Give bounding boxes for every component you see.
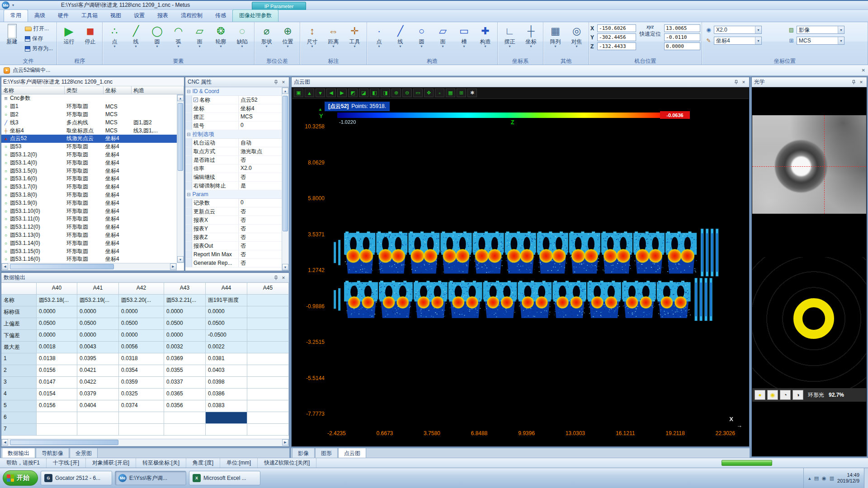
tree-column-header[interactable]: 构造 — [132, 86, 184, 94]
pin-icon[interactable] — [850, 79, 857, 85]
ribbon-button-feat-circle[interactable]: ◯圆▼ — [146, 23, 168, 49]
data-cell[interactable]: 0.0138 — [37, 353, 77, 365]
ribbon-button-save-as[interactable]: 另存为... — [24, 44, 54, 53]
ribbon-button-dim-size[interactable]: ↕尺寸▼ — [302, 23, 323, 49]
data-cell[interactable]: -0.0500 — [206, 330, 247, 342]
data-cell[interactable] — [37, 412, 77, 424]
view-top-icon[interactable]: ◪ — [359, 89, 368, 97]
column-header[interactable]: A44 — [206, 283, 247, 295]
column-header[interactable]: A42 — [119, 283, 164, 295]
data-horizontal-scrollbar[interactable]: ◀ ▶ — [1, 439, 289, 446]
data-cell[interactable]: 0.0000 — [164, 330, 206, 342]
tree-row[interactable]: ○圆53.1.7(0)环形取圆坐标4 — [1, 183, 177, 191]
data-cell[interactable]: 0.0421 — [77, 365, 119, 377]
tree-row[interactable]: ○圆53.1.4(0)环形取圆坐标4 — [1, 159, 177, 167]
data-cell[interactable]: 0.0422 — [77, 377, 119, 389]
property-value[interactable]: 否 — [239, 207, 282, 216]
row-header[interactable]: 4 — [1, 389, 37, 400]
quadrant-b-icon[interactable]: ◑ — [793, 390, 803, 400]
pin-icon[interactable] — [273, 79, 279, 85]
pointcloud-canvas[interactable] — [327, 123, 736, 422]
data-cell[interactable]: 0.0022 — [206, 342, 247, 353]
zoom-window-icon[interactable]: ▭ — [413, 89, 423, 97]
data-cell[interactable]: 0.0032 — [164, 342, 206, 353]
data-cell[interactable] — [206, 412, 247, 424]
camera-live-view[interactable] — [752, 115, 866, 214]
data-cell[interactable] — [247, 424, 289, 436]
ribbon-button-run[interactable]: ▶运行 — [58, 23, 80, 46]
row-header[interactable]: 最大差 — [1, 342, 37, 353]
data-cell[interactable]: 圆53.2.21(... — [164, 295, 206, 306]
ribbon-button-new-doc[interactable]: 新建 — [1, 23, 23, 46]
tree-vertical-scrollbar[interactable]: ▲ ▼ — [177, 94, 184, 263]
tree-row[interactable]: ○圆1环形取圆MCS — [1, 103, 177, 111]
select-points-icon[interactable]: ▫ — [435, 89, 444, 97]
ribbon-button-feat-plane[interactable]: ▱面▼ — [189, 23, 210, 49]
chevron-down-icon[interactable]: ▼ — [838, 37, 844, 44]
data-cell[interactable]: 0.0398 — [206, 377, 247, 389]
property-value[interactable]: 是 — [239, 182, 282, 190]
tree-row[interactable]: ○圆2环形取圆MCS — [1, 111, 177, 119]
tree-row[interactable]: ○圆53.1.10(0)环形取圆坐标4 — [1, 207, 177, 215]
scroll-up-icon[interactable]: ▲ — [282, 88, 288, 94]
ring-light-preview[interactable] — [752, 257, 866, 388]
property-value[interactable]: 0 — [239, 122, 282, 130]
scroll-right-icon[interactable]: ▶ — [170, 263, 176, 270]
chevron-down-icon[interactable]: ▼ — [755, 26, 761, 33]
data-cell[interactable]: 0.0018 — [37, 342, 77, 353]
data-cell[interactable]: 0.0369 — [164, 353, 206, 365]
status-item[interactable]: 单位:[mm] — [220, 458, 258, 468]
status-item[interactable]: 转至极坐标:[关] — [136, 458, 186, 468]
ribbon-button-misc-focus[interactable]: ◎对焦▼ — [566, 23, 587, 49]
data-cell[interactable]: 0.0000 — [77, 306, 119, 318]
data-cell[interactable] — [77, 424, 119, 436]
scrollbar-thumb[interactable] — [283, 96, 288, 231]
task-button[interactable]: MeE:\Yss\客户调... — [115, 471, 186, 485]
row-header[interactable]: 6 — [1, 412, 37, 424]
property-section-header[interactable]: ⊟控制选项 — [185, 130, 282, 139]
data-cell[interactable]: 0.0000 — [206, 306, 247, 318]
ribbon-button-save[interactable]: 保存 — [24, 34, 54, 43]
image-source-combo[interactable]: 影像▼ — [797, 26, 844, 34]
property-value[interactable]: 否 — [239, 242, 282, 250]
ribbon-button-stop[interactable]: ◼停止 — [80, 23, 101, 46]
view-side-icon[interactable]: ◨ — [381, 89, 390, 97]
ribbon-tab[interactable]: 视图 — [104, 10, 127, 22]
pin-icon[interactable] — [733, 79, 739, 85]
data-cell[interactable] — [247, 342, 289, 353]
chevron-down-icon[interactable]: ▼ — [755, 37, 761, 44]
data-cell[interactable]: 0.0000 — [37, 330, 77, 342]
scroll-down-icon[interactable]: ▼ — [282, 264, 288, 270]
app-logo-icon[interactable]: Me — [2, 1, 9, 9]
row-header[interactable]: 2 — [1, 365, 37, 377]
tree-row[interactable]: ○圆53.1.12(0)环形取圆坐标4 — [1, 223, 177, 231]
data-cell[interactable]: 0.0156 — [37, 400, 77, 412]
data-cell[interactable] — [119, 424, 164, 436]
ribbon-tab[interactable]: 硬件 — [52, 10, 75, 22]
column-header[interactable]: A45 — [247, 283, 289, 295]
row-header[interactable]: 7 — [1, 424, 37, 436]
hidden-icons-icon[interactable]: ▴ — [808, 475, 811, 481]
row-header[interactable]: 标称值 — [1, 306, 37, 318]
tree-column-header[interactable]: 类型 — [65, 86, 104, 94]
fit-view-icon[interactable]: ▣ — [294, 89, 303, 97]
ribbon-button-con-plane[interactable]: ▱面▼ — [432, 23, 453, 49]
ring-light-full-icon[interactable]: ● — [755, 390, 765, 400]
ribbon-tab[interactable]: 设置 — [127, 10, 151, 22]
props-vertical-scrollbar[interactable]: ▲ ▼ — [282, 87, 289, 271]
ribbon-button-cs-coord[interactable]: ┼坐标▼ — [520, 23, 542, 49]
property-value[interactable]: 点云52 — [239, 96, 282, 104]
row-header[interactable]: 3 — [1, 377, 37, 389]
data-cell[interactable]: 0.0500 — [37, 318, 77, 330]
ribbon-tab[interactable]: 工具箱 — [75, 10, 104, 22]
tree-row[interactable]: ╱线3多点构线MCS圆1,圆2 — [1, 118, 177, 127]
grid-icon[interactable]: ⊞ — [457, 89, 466, 97]
start-button[interactable]: 开始 — [3, 470, 38, 486]
property-value[interactable]: 坐标4 — [239, 104, 282, 113]
color-map-icon[interactable]: ▦ — [446, 89, 455, 97]
data-cell[interactable]: 0.0000 — [37, 306, 77, 318]
data-cell[interactable] — [247, 400, 289, 412]
data-cell[interactable]: 0.0395 — [77, 353, 119, 365]
property-section-header[interactable]: ⊟ID & Coord — [185, 87, 282, 96]
show-desktop-button[interactable] — [864, 468, 868, 488]
